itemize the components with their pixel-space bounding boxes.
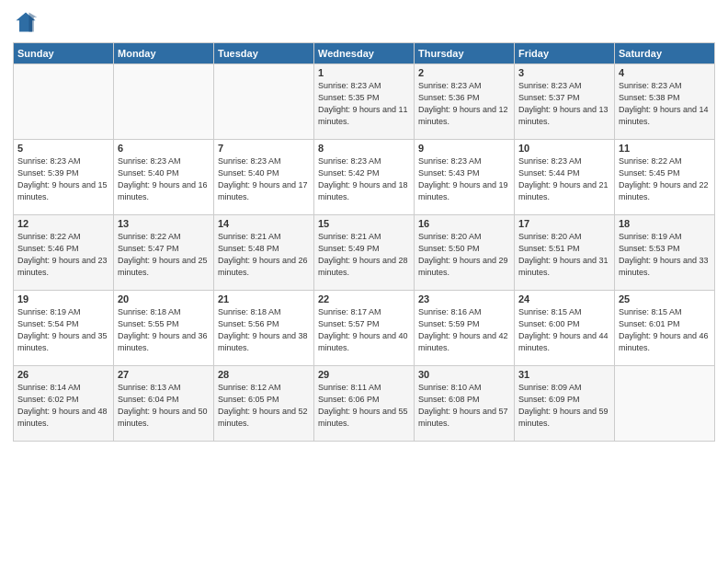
- day-info: Sunrise: 8:18 AMSunset: 5:56 PMDaylight:…: [218, 306, 310, 354]
- day-info: Sunrise: 8:23 AMSunset: 5:35 PMDaylight:…: [318, 80, 410, 128]
- day-number: 2: [418, 67, 510, 78]
- calendar-header-friday: Friday: [515, 43, 615, 64]
- day-number: 11: [619, 143, 711, 154]
- day-number: 5: [17, 143, 109, 154]
- day-number: 17: [518, 218, 610, 229]
- calendar-cell: 1Sunrise: 8:23 AMSunset: 5:35 PMDaylight…: [314, 64, 415, 140]
- day-info: Sunrise: 8:23 AMSunset: 5:40 PMDaylight:…: [118, 155, 210, 203]
- day-info: Sunrise: 8:16 AMSunset: 5:59 PMDaylight:…: [418, 306, 510, 354]
- day-info: Sunrise: 8:23 AMSunset: 5:44 PMDaylight:…: [518, 155, 610, 203]
- calendar-cell: [114, 64, 214, 140]
- calendar-cell: 25Sunrise: 8:15 AMSunset: 6:01 PMDayligh…: [615, 291, 715, 366]
- day-number: 29: [318, 369, 410, 380]
- day-number: 3: [518, 67, 610, 78]
- day-number: 27: [118, 369, 210, 380]
- day-number: 31: [518, 369, 610, 380]
- calendar-header-row: SundayMondayTuesdayWednesdayThursdayFrid…: [14, 43, 715, 64]
- calendar-cell: 30Sunrise: 8:10 AMSunset: 6:08 PMDayligh…: [415, 366, 515, 442]
- calendar-header-thursday: Thursday: [415, 43, 515, 64]
- calendar-cell: 14Sunrise: 8:21 AMSunset: 5:48 PMDayligh…: [214, 215, 314, 291]
- day-number: 19: [17, 293, 109, 304]
- calendar-cell: 17Sunrise: 8:20 AMSunset: 5:51 PMDayligh…: [515, 215, 615, 291]
- calendar-week-2: 5Sunrise: 8:23 AMSunset: 5:39 PMDaylight…: [14, 140, 715, 215]
- day-info: Sunrise: 8:23 AMSunset: 5:39 PMDaylight:…: [17, 155, 109, 203]
- day-info: Sunrise: 8:19 AMSunset: 5:54 PMDaylight:…: [17, 306, 109, 354]
- calendar-week-1: 1Sunrise: 8:23 AMSunset: 5:35 PMDaylight…: [14, 64, 715, 140]
- logo: [13, 9, 42, 35]
- day-info: Sunrise: 8:15 AMSunset: 6:00 PMDaylight:…: [518, 306, 610, 354]
- calendar-cell: 6Sunrise: 8:23 AMSunset: 5:40 PMDaylight…: [114, 140, 214, 215]
- calendar-cell: 3Sunrise: 8:23 AMSunset: 5:37 PMDaylight…: [515, 64, 615, 140]
- calendar-cell: 28Sunrise: 8:12 AMSunset: 6:05 PMDayligh…: [214, 366, 314, 442]
- calendar-week-5: 26Sunrise: 8:14 AMSunset: 6:02 PMDayligh…: [14, 366, 715, 442]
- calendar-cell: 23Sunrise: 8:16 AMSunset: 5:59 PMDayligh…: [415, 291, 515, 366]
- day-number: 28: [218, 369, 310, 380]
- calendar-table: SundayMondayTuesdayWednesdayThursdayFrid…: [13, 42, 715, 442]
- day-number: 9: [418, 143, 510, 154]
- calendar-cell: [14, 64, 114, 140]
- day-info: Sunrise: 8:17 AMSunset: 5:57 PMDaylight:…: [318, 306, 410, 354]
- day-info: Sunrise: 8:18 AMSunset: 5:55 PMDaylight:…: [118, 306, 210, 354]
- day-number: 30: [418, 369, 510, 380]
- calendar-cell: 12Sunrise: 8:22 AMSunset: 5:46 PMDayligh…: [14, 215, 114, 291]
- day-number: 16: [418, 218, 510, 229]
- calendar-cell: 20Sunrise: 8:18 AMSunset: 5:55 PMDayligh…: [114, 291, 214, 366]
- day-info: Sunrise: 8:14 AMSunset: 6:02 PMDaylight:…: [17, 382, 109, 430]
- calendar-cell: 18Sunrise: 8:19 AMSunset: 5:53 PMDayligh…: [615, 215, 715, 291]
- calendar-header-monday: Monday: [114, 43, 214, 64]
- calendar-cell: 13Sunrise: 8:22 AMSunset: 5:47 PMDayligh…: [114, 215, 214, 291]
- calendar-cell: 26Sunrise: 8:14 AMSunset: 6:02 PMDayligh…: [14, 366, 114, 442]
- day-info: Sunrise: 8:23 AMSunset: 5:38 PMDaylight:…: [619, 80, 711, 128]
- day-info: Sunrise: 8:12 AMSunset: 6:05 PMDaylight:…: [218, 382, 310, 430]
- day-number: 1: [318, 67, 410, 78]
- calendar-cell: 24Sunrise: 8:15 AMSunset: 6:00 PMDayligh…: [515, 291, 615, 366]
- calendar-cell: 31Sunrise: 8:09 AMSunset: 6:09 PMDayligh…: [515, 366, 615, 442]
- day-number: 23: [418, 293, 510, 304]
- calendar-cell: 21Sunrise: 8:18 AMSunset: 5:56 PMDayligh…: [214, 291, 314, 366]
- day-number: 15: [318, 218, 410, 229]
- day-info: Sunrise: 8:23 AMSunset: 5:42 PMDaylight:…: [318, 155, 410, 203]
- day-info: Sunrise: 8:22 AMSunset: 5:46 PMDaylight:…: [17, 231, 109, 279]
- day-number: 14: [218, 218, 310, 229]
- day-info: Sunrise: 8:21 AMSunset: 5:49 PMDaylight:…: [318, 231, 410, 279]
- calendar-week-3: 12Sunrise: 8:22 AMSunset: 5:46 PMDayligh…: [14, 215, 715, 291]
- calendar-cell: [214, 64, 314, 140]
- calendar-cell: 8Sunrise: 8:23 AMSunset: 5:42 PMDaylight…: [314, 140, 415, 215]
- logo-icon: [13, 9, 39, 35]
- day-info: Sunrise: 8:13 AMSunset: 6:04 PMDaylight:…: [118, 382, 210, 430]
- calendar-week-4: 19Sunrise: 8:19 AMSunset: 5:54 PMDayligh…: [14, 291, 715, 366]
- calendar-cell: 5Sunrise: 8:23 AMSunset: 5:39 PMDaylight…: [14, 140, 114, 215]
- calendar-header-saturday: Saturday: [615, 43, 715, 64]
- day-info: Sunrise: 8:20 AMSunset: 5:51 PMDaylight:…: [518, 231, 610, 279]
- day-info: Sunrise: 8:10 AMSunset: 6:08 PMDaylight:…: [418, 382, 510, 430]
- day-info: Sunrise: 8:23 AMSunset: 5:40 PMDaylight:…: [218, 155, 310, 203]
- calendar-header-sunday: Sunday: [14, 43, 114, 64]
- calendar-cell: 27Sunrise: 8:13 AMSunset: 6:04 PMDayligh…: [114, 366, 214, 442]
- calendar-header-wednesday: Wednesday: [314, 43, 415, 64]
- calendar-cell: 16Sunrise: 8:20 AMSunset: 5:50 PMDayligh…: [415, 215, 515, 291]
- calendar-cell: [615, 366, 715, 442]
- day-info: Sunrise: 8:23 AMSunset: 5:43 PMDaylight:…: [418, 155, 510, 203]
- day-info: Sunrise: 8:22 AMSunset: 5:47 PMDaylight:…: [118, 231, 210, 279]
- day-number: 21: [218, 293, 310, 304]
- day-info: Sunrise: 8:19 AMSunset: 5:53 PMDaylight:…: [619, 231, 711, 279]
- day-number: 6: [118, 143, 210, 154]
- day-number: 8: [318, 143, 410, 154]
- calendar-cell: 10Sunrise: 8:23 AMSunset: 5:44 PMDayligh…: [515, 140, 615, 215]
- day-number: 20: [118, 293, 210, 304]
- calendar-cell: 22Sunrise: 8:17 AMSunset: 5:57 PMDayligh…: [314, 291, 415, 366]
- day-info: Sunrise: 8:23 AMSunset: 5:37 PMDaylight:…: [518, 80, 610, 128]
- calendar-cell: 15Sunrise: 8:21 AMSunset: 5:49 PMDayligh…: [314, 215, 415, 291]
- day-number: 10: [518, 143, 610, 154]
- calendar-cell: 7Sunrise: 8:23 AMSunset: 5:40 PMDaylight…: [214, 140, 314, 215]
- header: [13, 9, 715, 35]
- calendar-cell: 4Sunrise: 8:23 AMSunset: 5:38 PMDaylight…: [615, 64, 715, 140]
- calendar-cell: 2Sunrise: 8:23 AMSunset: 5:36 PMDaylight…: [415, 64, 515, 140]
- day-info: Sunrise: 8:15 AMSunset: 6:01 PMDaylight:…: [619, 306, 711, 354]
- page: SundayMondayTuesdayWednesdayThursdayFrid…: [0, 0, 728, 563]
- day-number: 4: [619, 67, 711, 78]
- day-number: 24: [518, 293, 610, 304]
- day-number: 13: [118, 218, 210, 229]
- calendar-cell: 9Sunrise: 8:23 AMSunset: 5:43 PMDaylight…: [415, 140, 515, 215]
- day-info: Sunrise: 8:23 AMSunset: 5:36 PMDaylight:…: [418, 80, 510, 128]
